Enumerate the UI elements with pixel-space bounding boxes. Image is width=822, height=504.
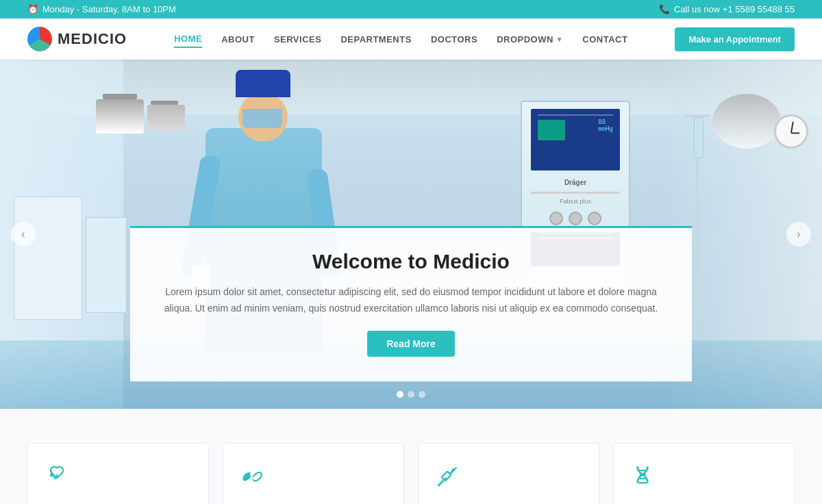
wall-clock [774, 114, 808, 149]
top-bar: ⏰ Monday - Saturday, 8AM to 10PM 📞 Call … [0, 0, 822, 18]
service-card-1: Lorem Ipsum Voluptatum deleniti atque co… [27, 443, 209, 504]
hero-description: Lorem ipsum dolor sit amet, consectetur … [158, 284, 664, 317]
svg-point-0 [241, 471, 253, 483]
or-light [96, 99, 144, 134]
hero-content-box: Welcome to Medicio Lorem ipsum dolor sit… [130, 226, 692, 381]
hero-title: Welcome to Medicio [158, 250, 664, 273]
appointment-button[interactable]: Make an Appointment [675, 27, 795, 51]
pills-icon [240, 464, 387, 504]
chevron-down-icon: ▼ [556, 36, 563, 43]
slider-dot-3[interactable] [419, 391, 425, 398]
nav-doctors[interactable]: DOCTORS [431, 32, 477, 47]
svg-rect-4 [442, 471, 451, 481]
phone-text: Call us now +1 5589 55488 55 [674, 4, 795, 14]
phone-icon: 📞 [659, 4, 670, 14]
phone-info: 📞 Call us now +1 5589 55488 55 [659, 4, 795, 14]
read-more-button[interactable]: Read More [367, 331, 455, 357]
slider-prev-button[interactable]: ‹ [11, 222, 36, 247]
svg-line-8 [455, 468, 457, 470]
svg-line-5 [438, 481, 444, 486]
slider-dot-2[interactable] [408, 391, 414, 398]
main-nav: HOME ABOUT SERVICES DEPARTMENTS DOCTORS … [174, 31, 627, 48]
syringe-icon [435, 464, 582, 504]
hero-section: 88mmHg Dräger Fabius plus [0, 60, 822, 409]
nav-home[interactable]: HOME [174, 31, 202, 48]
service-card-3: Magni Dolores Excepteur sint occaecat cu… [418, 443, 599, 504]
nav-departments[interactable]: DEPARTMENTS [340, 32, 411, 47]
dna-icon [630, 464, 777, 504]
slider-next-button[interactable]: › [786, 222, 811, 247]
slider-dots [397, 391, 425, 398]
equip-box-1 [14, 197, 82, 320]
services-section: Lorem Ipsum Voluptatum deleniti atque co… [0, 409, 822, 504]
nav-about[interactable]: ABOUT [221, 32, 255, 47]
service-card-4: Nemo Enim At vero eos et accusamus et iu… [613, 443, 795, 504]
header: MEDICIO HOME ABOUT SERVICES DEPARTMENTS … [0, 18, 822, 60]
light-arm [103, 94, 137, 99]
service-card-2: Sed ut perspicis Duis aute irure dolor i… [223, 443, 404, 504]
hours-text: Monday - Saturday, 8AM to 10PM [42, 4, 176, 14]
or-light2 [147, 105, 185, 131]
clock-icon: ⏰ [27, 4, 38, 14]
logo-text: MEDICIO [58, 30, 127, 48]
logo-icon [27, 27, 52, 51]
nav-services[interactable]: SERVICES [274, 32, 322, 47]
equip-box-2 [86, 217, 127, 313]
heartbeat-icon [45, 464, 192, 504]
right-light [712, 94, 781, 149]
iv-bag [694, 117, 703, 158]
svg-point-1 [251, 471, 263, 483]
slider-dot-1[interactable] [397, 391, 403, 398]
nav-dropdown[interactable]: DROPDOWN ▼ [497, 32, 563, 47]
logo[interactable]: MEDICIO [27, 27, 127, 51]
hours-info: ⏰ Monday - Saturday, 8AM to 10PM [27, 4, 176, 14]
nav-contact[interactable]: CONTACT [582, 32, 627, 47]
